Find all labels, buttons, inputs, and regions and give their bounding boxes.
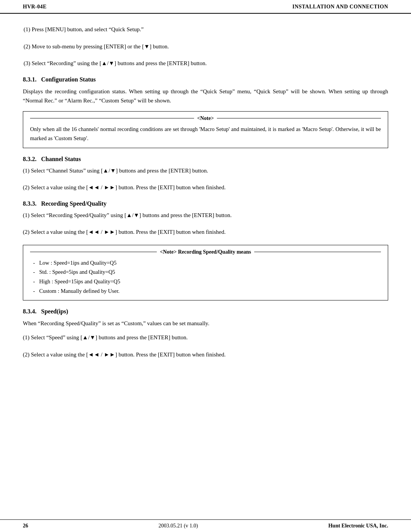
section-832-step1: (1) Select “Channel Status” using [▲/▼] …	[23, 166, 388, 175]
section-832: 8.3.2. Channel Status (1) Select “Channe…	[23, 156, 388, 192]
section-831: 8.3.1. Configuration Status Displays the…	[23, 76, 388, 105]
note-content-831: Only when all the 16 channels' normal re…	[30, 125, 381, 143]
note-line-left-833	[30, 252, 157, 252]
section-831-heading: 8.3.1. Configuration Status	[23, 76, 388, 83]
note-box-833: <Note> Recording Speed/Quality means Low…	[23, 245, 388, 301]
section-833-step2: (2) Select a value using the [◄◄ / ►►] b…	[23, 228, 388, 236]
section-834: 8.3.4. Speed(ips) When “Recording Speed/…	[23, 308, 388, 359]
header-left: HVR-04E	[23, 4, 47, 10]
intro-step-1: (1) Press [MENU] button, and select “Qui…	[24, 25, 388, 34]
note-list-item-833-0: Low : Speed=1ips and Quality=Q5	[33, 258, 381, 268]
section-832-heading: 8.3.2. Channel Status	[23, 156, 388, 163]
section-834-body: When “Recording Speed/Quality” is set as…	[23, 319, 388, 328]
intro-step-2: (2) Move to sub-menu by pressing [ENTER]…	[24, 42, 388, 51]
page-footer: 26 2003.05.21 (v 1.0) Hunt Electronic US…	[0, 519, 411, 532]
footer-page-num: 26	[23, 523, 28, 529]
note-list-item-833-3: Custom : Manually defined by User.	[33, 286, 381, 296]
note-list-item-833-1: Std. : Speed=5ips and Quality=Q5	[33, 267, 381, 277]
note-line-right-831	[217, 118, 381, 118]
section-834-step2: (2) Select a value using the [◄◄ / ►►] b…	[23, 350, 388, 359]
note-line-left-831	[30, 118, 194, 118]
note-line-right-833	[254, 252, 381, 252]
section-834-heading: 8.3.4. Speed(ips)	[23, 308, 388, 315]
section-832-step2: (2) Select a value using the [◄◄ / ►►] b…	[23, 183, 388, 192]
footer-date: 2003.05.21 (v 1.0)	[158, 523, 198, 529]
note-list-item-833-2: High : Speed=15ips and Quality=Q5	[33, 277, 381, 286]
header-right: INSTALLATION AND CONNECTION	[292, 4, 388, 10]
page-header: HVR-04E INSTALLATION AND CONNECTION	[0, 0, 411, 14]
note-title-row-833: <Note> Recording Speed/Quality means	[30, 249, 381, 255]
section-834-step1: (1) Select “Speed” using [▲/▼] buttons a…	[23, 333, 388, 342]
intro-step-3: (3) Select “Recording” using the [▲/▼] b…	[24, 59, 388, 68]
note-label-831: <Note>	[194, 115, 217, 121]
page-content: (1) Press [MENU] button, and select “Qui…	[0, 14, 411, 519]
section-833-heading: 8.3.3. Recording Speed/Quality	[23, 200, 388, 207]
note-title-row-831: <Note>	[30, 115, 381, 121]
section-833-step1: (1) Select “Recording Speed/Quality” usi…	[23, 211, 388, 220]
section-831-body: Displays the recording configuration sta…	[23, 87, 388, 105]
note-box-831: <Note> Only when all the 16 channels' no…	[23, 111, 388, 148]
note-label-833: <Note> Recording Speed/Quality means	[157, 249, 254, 255]
note-list-833: Low : Speed=1ips and Quality=Q5 Std. : S…	[30, 258, 381, 296]
section-833: 8.3.3. Recording Speed/Quality (1) Selec…	[23, 200, 388, 236]
footer-company: Hunt Electronic USA, Inc.	[328, 523, 388, 529]
